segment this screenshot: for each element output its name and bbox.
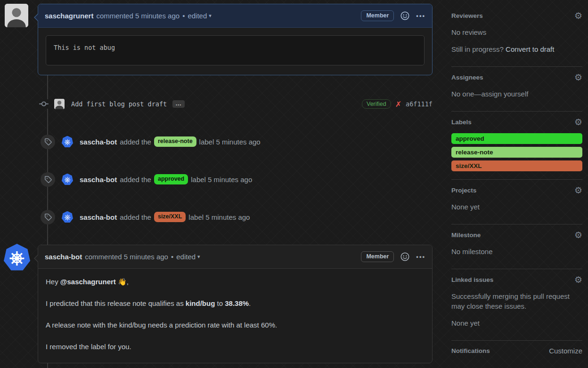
code-block: This is not abug <box>46 35 425 65</box>
commit-sha-link[interactable]: a6f111f <box>406 100 433 108</box>
projects-section-header: Projects ⚙ <box>451 186 582 195</box>
kubernetes-helm-icon: ⎈ <box>64 175 71 184</box>
notifications-title: Notifications <box>451 347 490 354</box>
kubernetes-helm-icon: ⎈ <box>64 137 71 146</box>
chevron-down-icon: ▾ <box>197 254 200 260</box>
dot-separator: • <box>171 253 173 261</box>
event-suffix: label 5 minutes ago <box>199 138 261 146</box>
text: 👋, <box>116 278 129 286</box>
milestone-section-header: Milestone ⚙ <box>451 231 582 240</box>
linked-issues-empty: None yet <box>451 318 582 328</box>
labels-list: approved release-note size/XXL <box>451 133 582 171</box>
comment-meta: commented 5 minutes ago <box>85 253 168 261</box>
dot-separator: • <box>182 12 185 20</box>
linked-issues-section-header: Linked issues ⚙ <box>451 275 582 284</box>
assignees-title: Assignees <box>451 74 483 81</box>
event-suffix: label 5 minutes ago <box>188 213 250 221</box>
pull-request-conversation-page: saschagrunert commented 5 minutes ago • … <box>0 0 588 368</box>
event-actor[interactable]: sascha-bot <box>80 213 117 221</box>
gear-icon[interactable]: ⚙ <box>574 118 582 127</box>
person-silhouette-icon <box>5 4 28 27</box>
event-actor[interactable]: sascha-bot <box>80 176 117 184</box>
event-actor[interactable]: sascha-bot <box>80 138 117 146</box>
comment-sascha-bot: sascha-bot commented 5 minutes ago • edi… <box>38 245 433 363</box>
commit-author-avatar[interactable] <box>54 99 65 109</box>
gear-icon[interactable]: ⚙ <box>574 231 582 240</box>
verified-badge[interactable]: Verified <box>362 99 391 109</box>
label-chip[interactable]: approved <box>154 174 188 184</box>
sidebar-label-size-xxl[interactable]: size/XXL <box>451 160 582 171</box>
avatar[interactable] <box>5 4 28 27</box>
gear-icon[interactable]: ⚙ <box>574 73 582 82</box>
assign-yourself-link[interactable]: assign yourself <box>481 90 528 98</box>
projects-title: Projects <box>451 187 476 194</box>
sidebar-label-release-note[interactable]: release-note <box>451 147 582 158</box>
reviewers-empty: No reviews <box>451 27 582 37</box>
edited-dropdown[interactable]: edited ▾ <box>188 12 211 20</box>
text: . <box>249 299 251 307</box>
linked-issues-title: Linked issues <box>451 276 493 283</box>
ci-failure-x-icon[interactable]: ✗ <box>395 100 401 109</box>
milestone-title: Milestone <box>451 232 481 239</box>
reviewers-progress: Still in progress? Convert to draft <box>451 44 582 54</box>
timeline-event-label-added: ⎈ sascha-bot added the release-note labe… <box>38 134 443 149</box>
add-reaction-button[interactable] <box>400 11 409 20</box>
label-chip[interactable]: release-note <box>154 136 196 147</box>
kubernetes-helm-icon: ⎈ <box>64 212 71 222</box>
timeline-line <box>47 363 48 368</box>
event-action: added the <box>120 138 151 146</box>
smiley-icon <box>400 252 409 261</box>
gear-icon[interactable]: ⚙ <box>574 275 582 284</box>
comment-header: saschagrunert commented 5 minutes ago • … <box>38 4 432 28</box>
commit-expand-button[interactable]: … <box>172 100 185 108</box>
user-mention-link[interactable]: @saschagrunert <box>60 278 116 286</box>
bold-text: 38.38% <box>225 299 249 307</box>
sidebar-divider <box>451 340 582 341</box>
comment-paragraph: A release note with the kind/bug needs a… <box>46 320 425 330</box>
person-silhouette-icon <box>54 99 65 109</box>
pr-sidebar: Reviewers ⚙ No reviews Still in progress… <box>451 11 582 355</box>
git-commit-icon <box>39 99 49 109</box>
labels-title: Labels <box>451 119 472 126</box>
sidebar-divider <box>451 224 582 224</box>
comment-saschagrunert: saschagrunert commented 5 minutes ago • … <box>38 4 433 75</box>
bot-avatar[interactable]: ⎈ <box>62 211 73 223</box>
smiley-icon <box>400 11 409 20</box>
tag-icon <box>41 135 55 149</box>
bot-avatar[interactable]: ⎈ <box>62 174 73 185</box>
assignees-empty: No one—assign yourself <box>451 89 582 99</box>
comment-paragraph: I removed the label for you. <box>46 341 425 352</box>
comment-paragraph: Hey @saschagrunert 👋, <box>46 276 425 287</box>
comment-author[interactable]: sascha-bot <box>45 253 82 261</box>
customize-link[interactable]: Customize <box>549 347 582 355</box>
add-reaction-button[interactable] <box>400 252 409 261</box>
kebab-menu-icon[interactable]: ••• <box>416 12 425 19</box>
kebab-menu-icon[interactable]: ••• <box>416 253 425 260</box>
comment-caret <box>35 255 39 262</box>
sidebar-divider <box>451 111 582 112</box>
comment-body: Hey @saschagrunert 👋, I predicted that t… <box>38 269 432 360</box>
commit-row: Add first blog post draft … Verified ✗ a… <box>38 97 433 111</box>
text: Still in progress? <box>451 45 506 53</box>
label-chip[interactable]: size/XXL <box>154 212 186 222</box>
gear-icon[interactable]: ⚙ <box>574 186 582 195</box>
bold-text: kind/bug <box>186 299 215 307</box>
notifications-section-header: Notifications Customize <box>451 347 582 355</box>
text: No one— <box>451 90 481 98</box>
text: Hey <box>46 278 60 286</box>
sidebar-label-approved[interactable]: approved <box>451 133 582 144</box>
sidebar-divider <box>451 66 582 67</box>
timeline-event-label-added: ⎈ sascha-bot added the size/XXL label 5 … <box>38 209 443 224</box>
comment-author[interactable]: saschagrunert <box>45 12 93 20</box>
event-suffix: label 5 minutes ago <box>191 176 252 184</box>
commit-message-link[interactable]: Add first blog post draft <box>71 100 167 108</box>
gear-icon[interactable]: ⚙ <box>574 11 582 20</box>
convert-to-draft-link[interactable]: Convert to draft <box>506 45 554 53</box>
tag-icon <box>41 172 55 187</box>
text: I predicted that this release note quali… <box>46 299 186 307</box>
reviewers-title: Reviewers <box>451 12 483 19</box>
bot-avatar[interactable]: ⎈ <box>62 136 73 148</box>
bot-avatar-large[interactable]: ⎈ <box>4 244 30 271</box>
edited-dropdown[interactable]: edited ▾ <box>176 253 200 261</box>
text: to <box>215 299 225 307</box>
